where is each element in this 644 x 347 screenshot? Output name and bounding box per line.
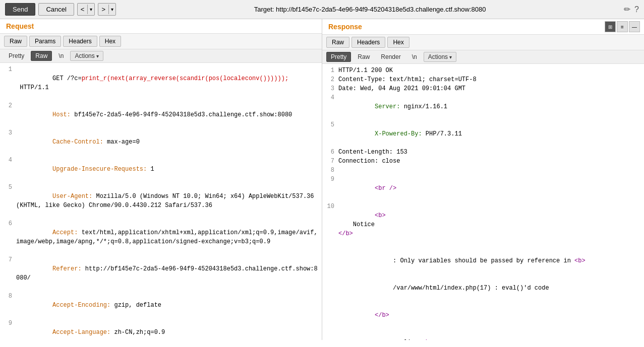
actions-chevron-icon: ▾ [96,53,99,59]
request-line-1: 1 GET /?c=print_r(next(array_reverse(sca… [0,65,322,101]
cancel-button[interactable]: Cancel [38,3,74,16]
response-line-8: 8 [322,166,644,175]
response-subtab-row: Pretty Raw Render \n Actions ▾ [322,50,644,64]
subtab-response-raw[interactable]: Raw [353,52,374,62]
nav-back-dropdown-icon[interactable]: ▾ [87,5,94,14]
tab-request-raw[interactable]: Raw [4,36,27,47]
toolbar: Send Cancel < ▾ > ▾ Target: http://bf145… [0,0,644,19]
subtab-request-actions[interactable]: Actions ▾ [70,51,103,61]
response-line-6: 6 Content-Length: 153 [322,148,644,157]
subtab-response-newline[interactable]: \n [407,52,422,62]
response-line-3: 3 Date: Wed, 04 Aug 2021 09:01:04 GMT [322,84,644,93]
response-line-1: 1 HTTP/1.1 200 OK [322,66,644,75]
request-tab-row: Raw Params Headers Hex [0,34,322,49]
layout-split-icon[interactable]: ⊞ [605,21,616,32]
tab-request-headers[interactable]: Headers [63,36,97,47]
subtab-request-pretty[interactable]: Pretty [4,51,29,61]
response-actions-label: Actions [428,53,448,60]
response-line-cont1: : Only variables should be passed by ref… [322,247,644,274]
subtab-response-actions[interactable]: Actions ▾ [424,52,456,62]
response-code-area[interactable]: 1 HTTP/1.1 200 OK 2 Content-Type: text/h… [322,64,644,340]
actions-label: Actions [75,52,94,59]
request-line-8: 8 Accept-Encoding: gzip, deflate [0,292,322,319]
layout-horizontal-icon[interactable]: ≡ [617,21,628,32]
response-line-2: 2 Content-Type: text/html; charset=UTF-8 [322,75,644,84]
tab-response-hex[interactable]: Hex [387,37,409,48]
tab-response-raw[interactable]: Raw [326,37,349,48]
request-code-area[interactable]: 1 GET /?c=print_r(next(array_reverse(sca… [0,63,322,340]
main-content: Request Raw Params Headers Hex Pretty Ra… [0,19,644,340]
response-line-cont4: on line <b> [322,329,644,340]
response-panel: Response ⊞ ≡ — Raw Headers Hex Pretty Ra… [322,19,644,340]
request-line-5: 5 User-Agent: Mozilla/5.0 (Windows NT 10… [0,183,322,219]
nav-back-button[interactable]: < ▾ [77,3,95,16]
layout-icons: ⊞ ≡ — [601,19,644,34]
nav-forward-dropdown-icon[interactable]: ▾ [108,5,115,14]
response-tab-row: Raw Headers Hex [322,35,644,50]
response-line-10: 10 <b> Notice </b> [322,202,644,247]
target-url: Target: http://bf145e7c-2da5-4e96-94f9-4… [119,6,621,13]
response-title: Response [322,20,368,34]
response-line-9: 9 <br /> [322,175,644,202]
tab-request-params[interactable]: Params [29,36,61,47]
subtab-request-newline[interactable]: \n [54,51,68,61]
response-actions-chevron-icon: ▾ [449,54,452,60]
request-line-7: 7 Referer: http://bf145e7c-2da5-4e96-94f… [0,255,322,292]
request-subtab-row: Pretty Raw \n Actions ▾ [0,49,322,63]
response-line-cont3: </b> [322,302,644,329]
response-line-cont2: /var/www/html/index.php(17) : eval()'d c… [322,274,644,302]
request-title: Request [0,19,322,34]
response-line-5: 5 X-Powered-By: PHP/7.3.11 [322,120,644,148]
subtab-request-raw[interactable]: Raw [31,51,52,61]
request-line-9: 9 Accept-Language: zh-CN,zh;q=0.9 [0,319,322,340]
request-line-6: 6 Accept: text/html,application/xhtml+xm… [0,219,322,255]
request-panel: Request Raw Params Headers Hex Pretty Ra… [0,19,322,340]
request-line-2: 2 Host: bf145e7c-2da5-4e96-94f9-45204318… [0,101,322,128]
nav-forward-label: > [98,4,108,15]
subtab-response-pretty[interactable]: Pretty [326,52,351,62]
nav-back-label: < [78,4,88,15]
request-line-4: 4 Upgrade-Insecure-Requests: 1 [0,156,322,183]
edit-icon[interactable]: ✏ [624,5,630,14]
response-line-7: 7 Connection: close [322,157,644,166]
send-button[interactable]: Send [5,3,35,16]
help-icon[interactable]: ? [634,5,639,14]
nav-forward-button[interactable]: > ▾ [98,3,116,16]
response-header-row: Response ⊞ ≡ — [322,19,644,35]
subtab-response-render[interactable]: Render [376,52,405,62]
tab-response-headers[interactable]: Headers [352,37,385,48]
request-line-3: 3 Cache-Control: max-age=0 [0,128,322,156]
response-line-4: 4 Server: nginx/1.16.1 [322,93,644,120]
layout-vertical-icon[interactable]: — [629,21,640,32]
toolbar-icons: ✏ ? [624,5,639,14]
tab-request-hex[interactable]: Hex [99,36,121,47]
